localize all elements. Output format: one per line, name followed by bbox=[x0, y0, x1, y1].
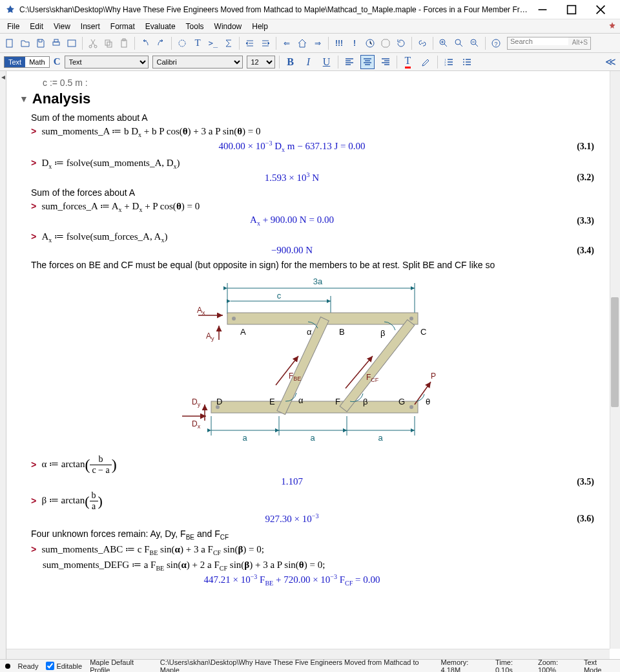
editable-checkbox[interactable]: Editable bbox=[46, 662, 82, 670]
input-line[interactable]: sum_moments_DEFG ≔ a FBE sin(α) + 2 a FC… bbox=[43, 559, 597, 572]
separator bbox=[276, 37, 276, 50]
save-button[interactable] bbox=[34, 36, 48, 50]
paste-button[interactable] bbox=[117, 36, 131, 50]
output-line: 1.593 × 103 N(3.2) bbox=[19, 171, 597, 184]
indent-button[interactable] bbox=[243, 36, 257, 50]
menu-tools[interactable]: Tools bbox=[181, 21, 209, 32]
bullet-list-button[interactable] bbox=[460, 55, 474, 69]
body-text: Sum of the moments about A bbox=[31, 112, 597, 123]
math-input[interactable]: β ≔ arctan(ba) bbox=[41, 491, 102, 511]
code-button[interactable] bbox=[65, 36, 79, 50]
font-select[interactable]: Calibri bbox=[152, 56, 243, 68]
bold-button[interactable]: B bbox=[284, 55, 298, 69]
cloud-button[interactable] bbox=[415, 36, 429, 50]
mode-text-button[interactable]: Text bbox=[5, 57, 25, 67]
outdent-button[interactable] bbox=[258, 36, 273, 50]
math-input[interactable]: sum_forces_A ≔ Ax + Dx + P cos(θ) = 0 bbox=[41, 200, 200, 213]
home-button[interactable] bbox=[295, 36, 309, 50]
cut-button[interactable] bbox=[86, 36, 100, 50]
text-button[interactable]: T bbox=[191, 36, 205, 50]
menu-format[interactable]: Format bbox=[106, 21, 140, 32]
output-line: 400.00 × 10−3 Dx m − 637.13 J = 0.00(3.1… bbox=[19, 140, 597, 153]
svg-text:β: β bbox=[363, 397, 367, 406]
maximize-button[interactable] bbox=[557, 0, 586, 19]
math-input[interactable]: sum_moments_A ≔ b Dx + b P cos(θ) + 3 a … bbox=[41, 125, 260, 138]
undo-icon bbox=[140, 38, 150, 48]
separator bbox=[82, 37, 83, 50]
execute-all-button[interactable]: !!! bbox=[332, 36, 346, 50]
math-input[interactable]: sum_moments_ABC ≔ c FBE sin(α) + 3 a FCF… bbox=[41, 543, 264, 556]
numbered-list-button[interactable]: 123 bbox=[442, 55, 456, 69]
math-input[interactable]: Ax ≔ fsolve(sum_forces_A, Ax) bbox=[41, 231, 167, 244]
svg-text:α: α bbox=[298, 395, 304, 405]
section-twisty-icon[interactable]: ▼ bbox=[19, 94, 28, 104]
debug-button[interactable] bbox=[363, 36, 377, 50]
minimize-button[interactable] bbox=[528, 0, 557, 19]
math-input[interactable]: Dx ≔ fsolve(sum_moments_A, Dx) bbox=[41, 157, 180, 170]
font-color-button[interactable]: T bbox=[401, 55, 415, 69]
input-line[interactable]: >sum_moments_ABC ≔ c FBE sin(α) + 3 a FC… bbox=[31, 543, 597, 556]
svg-text:a: a bbox=[242, 433, 247, 443]
restart-button[interactable] bbox=[394, 36, 408, 50]
input-line[interactable]: >Ax ≔ fsolve(sum_forces_A, Ax) bbox=[31, 231, 597, 244]
menu-edit[interactable]: Edit bbox=[25, 21, 48, 32]
size-select[interactable]: 12 bbox=[247, 56, 275, 68]
input-line[interactable]: >sum_forces_A ≔ Ax + Dx + P cos(θ) = 0 bbox=[31, 200, 597, 213]
menu-evaluate[interactable]: Evaluate bbox=[141, 21, 180, 32]
align-left-button[interactable] bbox=[342, 55, 356, 69]
equation-button[interactable] bbox=[222, 36, 236, 50]
editable-checkbox-input[interactable] bbox=[46, 662, 54, 670]
math-input[interactable]: sum_moments_DEFG ≔ a FBE sin(α) + 2 a FC… bbox=[43, 559, 325, 572]
math-output: 927.30 × 10−3 bbox=[19, 512, 564, 525]
statusbar: Ready Editable Maple Default Profile C:\… bbox=[0, 659, 620, 672]
document-content[interactable]: c := 0.5 m : ▼ Analysis Sum of the momen… bbox=[6, 71, 610, 649]
help-button[interactable]: ? bbox=[489, 36, 503, 50]
highlight-button[interactable] bbox=[419, 55, 433, 69]
section-button[interactable] bbox=[175, 36, 189, 50]
status-indicator-icon bbox=[5, 664, 10, 669]
close-button[interactable] bbox=[586, 0, 615, 19]
forward-button[interactable]: ⇒ bbox=[311, 36, 325, 50]
italic-button[interactable]: I bbox=[302, 55, 316, 69]
zoom-reset-button[interactable] bbox=[452, 36, 466, 50]
undo-button[interactable] bbox=[138, 36, 152, 50]
close-icon bbox=[595, 5, 606, 15]
print-button[interactable] bbox=[49, 36, 63, 50]
collapse-ribbon-button[interactable]: ≪ bbox=[605, 56, 616, 68]
maple-logo-icon bbox=[607, 21, 617, 32]
search-box[interactable]: Alt+S bbox=[507, 37, 591, 50]
document-area: c := 0.5 m : ▼ Analysis Sum of the momen… bbox=[6, 71, 620, 659]
svg-rect-1 bbox=[6, 39, 12, 47]
open-button[interactable] bbox=[18, 36, 32, 50]
back-button[interactable]: ⇐ bbox=[280, 36, 294, 50]
zoom-in-button[interactable] bbox=[437, 36, 451, 50]
copy-button[interactable] bbox=[101, 36, 116, 50]
execute-button[interactable]: ! bbox=[347, 36, 362, 50]
menu-view[interactable]: View bbox=[49, 21, 75, 32]
menu-help[interactable]: Help bbox=[247, 21, 273, 32]
mode-math-button[interactable]: Math bbox=[25, 57, 48, 67]
menu-window[interactable]: Window bbox=[210, 21, 247, 32]
align-right-button[interactable] bbox=[378, 55, 393, 69]
left-panel-handle[interactable]: ◂ bbox=[0, 71, 6, 659]
menu-file[interactable]: File bbox=[3, 21, 24, 32]
status-zoom[interactable]: Zoom: 100% bbox=[538, 658, 576, 673]
redo-button[interactable] bbox=[154, 36, 168, 50]
prompt-button[interactable]: >_ bbox=[206, 36, 220, 50]
style-select[interactable]: Text bbox=[65, 56, 149, 68]
input-line[interactable]: >Dx ≔ fsolve(sum_moments_A, Dx) bbox=[31, 157, 597, 170]
stop-button[interactable] bbox=[378, 36, 393, 50]
input-line[interactable]: >α ≔ arctan(bc − a) bbox=[31, 455, 597, 475]
input-line[interactable]: >β ≔ arctan(ba) bbox=[31, 491, 597, 511]
search-input[interactable] bbox=[510, 37, 568, 45]
window-buttons bbox=[528, 0, 615, 19]
underline-button[interactable]: U bbox=[320, 55, 334, 69]
math-input[interactable]: α ≔ arctan(bc − a) bbox=[41, 455, 116, 475]
scrollbar-thumb[interactable] bbox=[611, 297, 619, 407]
align-center-button[interactable] bbox=[360, 55, 375, 69]
menu-insert[interactable]: Insert bbox=[76, 21, 105, 32]
vertical-scrollbar[interactable] bbox=[610, 71, 620, 649]
zoom-out-button[interactable] bbox=[468, 36, 482, 50]
new-button[interactable] bbox=[3, 36, 17, 50]
input-line[interactable]: >sum_moments_A ≔ b Dx + b P cos(θ) + 3 a… bbox=[31, 125, 597, 138]
